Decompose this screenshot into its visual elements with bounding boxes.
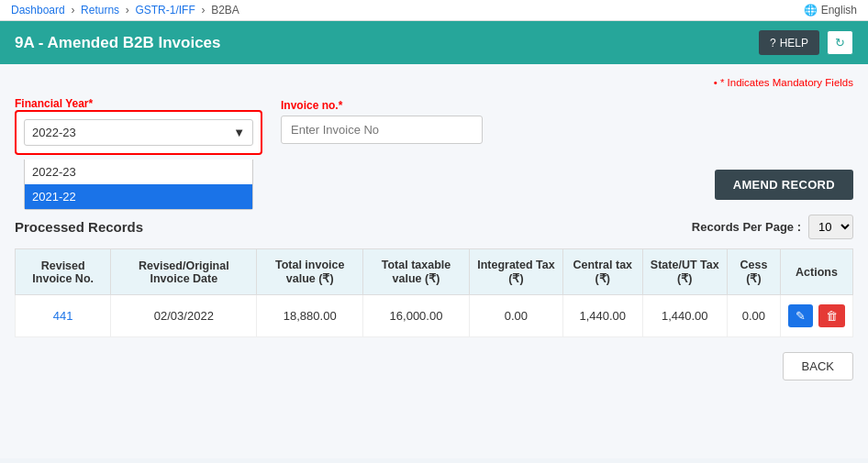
top-nav: Dashboard › Returns › GSTR-1/IFF › B2BA … [0,0,868,21]
language-label: English [821,4,857,17]
cell-state-tax: 1,440.00 [642,295,727,337]
fy-option-2022[interactable]: 2022-23 [25,160,252,184]
nav-gstr1[interactable]: GSTR-1/IFF [135,4,195,17]
help-button[interactable]: ? HELP [759,30,819,55]
col-revised-original-date: Revised/Original Invoice Date [111,249,257,295]
mandatory-note: • * Indicates Mandatory Fields [15,77,853,88]
cell-actions: ✎ 🗑 [780,295,852,337]
processed-records-table: Revised Invoice No. Revised/Original Inv… [15,248,853,337]
financial-year-field-group: Financial Year* 2022-23 ▼ 2022-23 2021-2… [15,97,262,155]
fy-label-group: Financial Year* [15,97,262,110]
mandatory-text: * Indicates Mandatory Fields [720,77,853,88]
col-central-tax: Central tax (₹) [562,249,642,295]
help-icon: ? [770,37,776,50]
breadcrumb: Dashboard › Returns › GSTR-1/IFF › B2BA [11,4,239,17]
nav-dashboard[interactable]: Dashboard [11,4,65,17]
action-buttons: ✎ 🗑 [788,304,845,327]
col-state-tax: State/UT Tax (₹) [642,249,727,295]
fy-option-2021[interactable]: 2021-22 [25,184,252,209]
invoice-label: Invoice no.* [281,99,483,112]
page-title: 9A - Amended B2B Invoices [15,34,221,52]
mandatory-asterisk: • [714,77,718,88]
header-actions: ? HELP ↻ [759,30,853,55]
edit-button[interactable]: ✎ [788,304,813,327]
cell-central-tax: 1,440.00 [562,295,642,337]
language-selector[interactable]: 🌐 English [804,4,857,17]
back-button[interactable]: BACK [783,352,853,380]
invoice-field-group: Invoice no.* [281,99,483,144]
financial-year-label: Financial Year* [15,97,262,110]
records-per-page-label: Records Per Page : [692,220,801,234]
cell-invoice-date: 02/03/2022 [111,295,257,337]
help-label: HELP [780,37,808,50]
col-actions: Actions [780,249,852,295]
main-content: • * Indicates Mandatory Fields Financial… [0,64,868,458]
page-header: 9A - Amended B2B Invoices ? HELP ↻ [0,21,868,64]
table-row: 441 02/03/2022 18,880.00 16,000.00 0.00 … [16,295,853,337]
cell-total-taxable: 16,000.00 [363,295,470,337]
fy-selected-value: 2022-23 [32,126,76,139]
nav-returns[interactable]: Returns [81,4,119,17]
processed-records-title: Processed Records [15,219,143,235]
cell-integrated-tax: 0.00 [469,295,562,337]
cell-invoice-no: 441 [16,295,111,337]
col-total-invoice-value: Total invoice value (₹) [257,249,363,295]
amend-record-button[interactable]: AMEND RECORD [715,170,853,200]
refresh-button[interactable]: ↻ [827,30,853,55]
col-revised-invoice-no: Revised Invoice No. [16,249,111,295]
nav-b2ba: B2BA [211,4,239,17]
processed-records-header: Processed Records Records Per Page : 5 1… [15,215,853,239]
chevron-down-icon: ▼ [233,126,245,139]
records-per-page-select[interactable]: 5 10 20 50 [808,215,853,239]
financial-year-select[interactable]: 2022-23 ▼ [24,119,253,146]
back-button-row: BACK [15,352,853,380]
col-cess: Cess (₹) [727,249,780,295]
invoice-no-link[interactable]: 441 [53,309,73,323]
col-integrated-tax: Integrated Tax (₹) [469,249,562,295]
col-total-taxable-value: Total taxable value (₹) [363,249,470,295]
refresh-icon: ↻ [835,36,845,50]
cell-total-invoice: 18,880.00 [257,295,363,337]
financial-year-wrapper: 2022-23 ▼ 2022-23 2021-22 [15,110,262,155]
invoice-input[interactable] [281,116,483,144]
cell-cess: 0.00 [727,295,780,337]
table-header-row: Revised Invoice No. Revised/Original Inv… [16,249,853,295]
form-section: Financial Year* 2022-23 ▼ 2022-23 2021-2… [15,97,853,155]
fy-dropdown-options: 2022-23 2021-22 [24,160,253,210]
invoice-required-marker: * [339,99,343,112]
globe-icon: 🌐 [804,4,818,17]
delete-button[interactable]: 🗑 [818,304,845,327]
records-per-page-section: Records Per Page : 5 10 20 50 [692,215,853,239]
fy-required-marker: * [89,97,94,110]
